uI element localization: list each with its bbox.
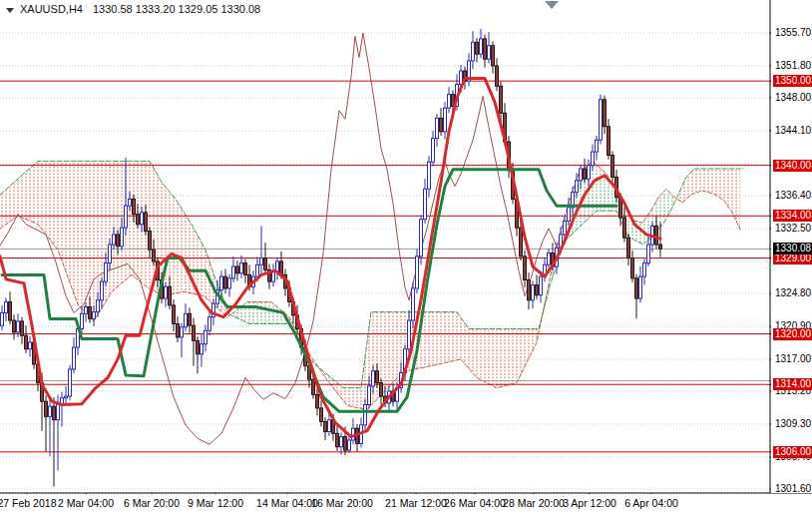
time-label: 6 Apr 04:00	[624, 497, 678, 509]
current-price-label: 1330.08	[773, 243, 812, 255]
price-grid-label: 1317.00	[775, 353, 811, 365]
triangle-down-icon[interactable]	[6, 8, 14, 13]
time-label: 26 Mar 04:00	[444, 497, 506, 509]
chart-shift-marker-icon[interactable]	[545, 1, 559, 9]
time-label: 21 Mar 12:00	[385, 497, 447, 509]
time-label: 14 Mar 04:00	[256, 497, 318, 509]
symbol-period-label: XAUUSD,H4	[20, 3, 83, 15]
chart-window: XAUUSD,H41330.58 1333.20 1329.05 1330.08…	[0, 0, 812, 513]
time-label: 27 Feb 2018	[0, 497, 56, 509]
price-level-label: 1350.00	[773, 75, 812, 87]
chart-title: XAUUSD,H41330.58 1333.20 1329.05 1330.08	[20, 3, 260, 15]
time-label: 2 Mar 04:00	[58, 497, 114, 509]
price-grid-label: 1351.80	[775, 60, 811, 72]
time-label: 28 Mar 20:00	[503, 497, 565, 509]
price-grid-label: 1344.10	[775, 125, 811, 137]
price-grid-label: 1355.70	[775, 27, 811, 39]
price-level-label: 1320.00	[773, 328, 812, 340]
price-grid-label: 1332.50	[775, 223, 811, 235]
time-label: 9 Mar 12:00	[188, 497, 243, 509]
price-grid-label: 1309.30	[775, 418, 811, 430]
price-grid-label: 1336.40	[775, 190, 811, 202]
price-level-label: 1340.00	[773, 160, 812, 172]
time-label: 16 Mar 20:00	[311, 497, 373, 509]
chart-canvas[interactable]	[0, 0, 812, 513]
time-label: 3 Apr 12:00	[563, 497, 616, 509]
time-axis[interactable]: 27 Feb 20182 Mar 04:006 Mar 20:009 Mar 1…	[0, 494, 812, 513]
time-label: 6 Mar 20:00	[124, 497, 180, 509]
price-level-label: 1334.00	[773, 210, 812, 222]
price-level-label: 1314.00	[773, 378, 812, 390]
price-grid-label: 1348.00	[775, 92, 811, 104]
price-level-label: 1306.00	[773, 446, 812, 458]
price-axis[interactable]: 1355.701351.801348.001344.101336.401332.…	[771, 0, 812, 493]
price-grid-label: 1324.80	[775, 287, 811, 299]
ohlc-quote-label: 1330.58 1333.20 1329.05 1330.08	[93, 3, 260, 15]
